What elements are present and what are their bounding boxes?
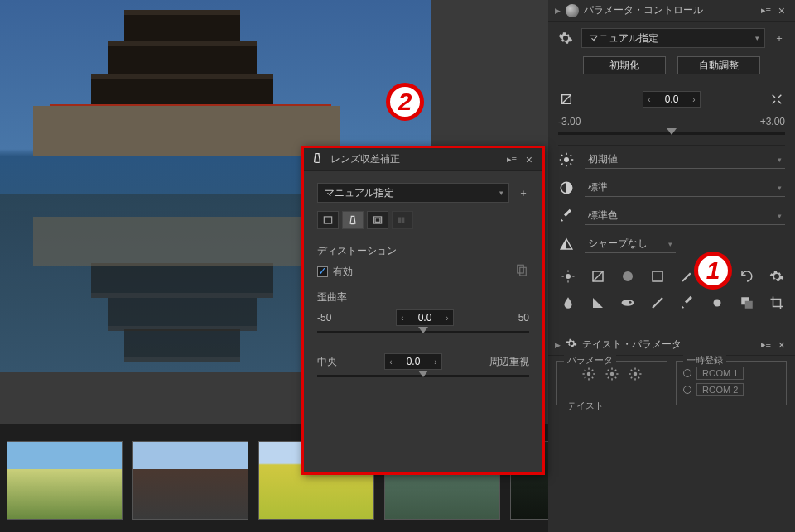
enable-checkbox[interactable]	[317, 266, 328, 277]
tone-tool-icon[interactable]	[588, 266, 608, 286]
tone-dropdown[interactable]: 標準 ▾	[585, 179, 785, 197]
exposure-spinner[interactable]: ‹ 0.0 ›	[643, 91, 701, 108]
sharpen-icon	[558, 236, 575, 252]
center-slider[interactable]	[317, 375, 529, 377]
decrease-button[interactable]: ‹	[643, 95, 655, 104]
undo-tool-icon[interactable]	[737, 266, 757, 286]
exposure-slider[interactable]	[558, 132, 785, 135]
exposure-max: +3.00	[760, 116, 785, 127]
gear-icon[interactable]	[605, 367, 619, 381]
close-icon[interactable]: ×	[775, 4, 788, 17]
curvature-spinner[interactable]: ‹ 0.0 ›	[396, 309, 454, 326]
svg-rect-34	[520, 267, 527, 276]
temp-group-title: 一時登録	[683, 354, 726, 367]
fisheye-tool-icon[interactable]	[618, 293, 638, 313]
increase-button[interactable]: ›	[688, 95, 700, 104]
svg-line-21	[653, 298, 662, 308]
temp-register-group: 一時登録 ROOM 1 ROOM 2	[676, 361, 787, 405]
overlay-tool-icon[interactable]	[737, 293, 757, 313]
svg-rect-24	[745, 301, 753, 309]
svg-rect-31	[398, 218, 402, 223]
preset-value: マニュアル指定	[589, 31, 658, 46]
add-preset-button[interactable]: ＋	[773, 32, 785, 44]
curvature-slider[interactable]	[317, 331, 529, 333]
svg-rect-33	[518, 265, 524, 273]
gear-icon[interactable]	[628, 367, 643, 381]
panel-menu-icon[interactable]: ▸≡	[761, 5, 769, 16]
svg-point-19	[622, 300, 634, 306]
decrease-button[interactable]: ‹	[385, 357, 397, 367]
center-value: 0.0	[397, 356, 430, 367]
highlight-tool-icon[interactable]	[558, 266, 578, 286]
grayscale-tool-icon[interactable]	[648, 266, 667, 286]
color-dropdown[interactable]: 標準色 ▾	[585, 207, 785, 225]
crop-tool-icon[interactable]	[767, 293, 787, 313]
gear-icon[interactable]	[558, 31, 573, 46]
svg-point-22	[714, 300, 721, 307]
lens-aberration-panel: レンズ収差補正 ▸≡ × マニュアル指定 ▾ ＋ ディス	[301, 146, 545, 475]
svg-point-1	[564, 157, 569, 162]
svg-line-8	[561, 164, 563, 165]
center-spinner[interactable]: ‹ 0.0 ›	[384, 353, 442, 370]
taste-parameter-header[interactable]: ▶ テイスト・パラメータ ▸≡ ×	[548, 334, 795, 356]
copy-settings-icon[interactable]	[514, 263, 529, 280]
expand-icon[interactable]: ▶	[555, 341, 561, 349]
taste-group-title: テイスト	[564, 400, 607, 412]
mode-chromatic-button[interactable]	[367, 211, 388, 229]
sharp-dropdown[interactable]: シャープなし ▾	[585, 235, 676, 253]
wb-dropdown[interactable]: 初期値 ▾	[585, 151, 785, 169]
expand-icon[interactable]	[768, 91, 785, 108]
chevron-down-icon: ▾	[778, 184, 782, 192]
lens-preset-dropdown[interactable]: マニュアル指定 ▾	[317, 183, 509, 203]
room1-button[interactable]: ROOM 1	[696, 367, 744, 380]
swirl-icon	[566, 4, 579, 17]
svg-point-25	[587, 372, 591, 376]
lens-panel-title: レンズ収差補正	[330, 152, 400, 166]
parameter-control-title: パラメータ・コントロール	[584, 3, 703, 17]
chevron-down-icon: ▾	[778, 212, 782, 220]
add-preset-button[interactable]: ＋	[518, 187, 529, 199]
brightness-icon	[558, 151, 575, 168]
auto-adjust-button[interactable]: 自動調整	[677, 56, 760, 74]
svg-line-7	[571, 164, 572, 165]
preset-dropdown[interactable]: マニュアル指定 ▾	[581, 28, 765, 48]
lens-panel-header[interactable]: レンズ収差補正 ▸≡ ×	[304, 148, 542, 171]
exposure-block: ‹ 0.0 › -3.00 +3.00	[558, 88, 785, 146]
chevron-down-icon: ▾	[755, 34, 759, 42]
decrease-button[interactable]: ‹	[397, 314, 408, 323]
panel-menu-icon[interactable]: ▸≡	[761, 339, 769, 350]
increase-button[interactable]: ›	[430, 357, 441, 367]
close-icon[interactable]: ×	[523, 153, 536, 166]
room2-radio[interactable]	[683, 386, 691, 394]
mode-shading-button[interactable]	[317, 211, 339, 229]
svg-point-20	[629, 301, 632, 304]
mode-distortion-button[interactable]	[342, 211, 364, 229]
panel-menu-icon[interactable]: ▸≡	[507, 154, 515, 165]
line-tool-icon[interactable]	[648, 293, 667, 313]
gear-icon[interactable]	[581, 367, 596, 381]
triangle-tool-icon[interactable]	[588, 293, 608, 313]
tone-value: 標準	[588, 180, 608, 194]
close-icon[interactable]: ×	[775, 338, 788, 352]
drop-tool-icon[interactable]	[558, 293, 578, 313]
expand-icon[interactable]: ▶	[555, 7, 561, 15]
brush-icon	[558, 208, 575, 224]
room2-button[interactable]: ROOM 2	[696, 383, 744, 396]
settings-tool-icon[interactable]	[767, 266, 787, 286]
parameter-control-header[interactable]: ▶ パラメータ・コントロール ▸≡ ×	[548, 0, 795, 22]
svg-line-6	[561, 155, 563, 156]
spot-tool-icon[interactable]	[707, 293, 727, 313]
thumbnail[interactable]	[7, 441, 123, 520]
svg-rect-28	[324, 217, 331, 223]
init-button[interactable]: 初期化	[583, 56, 666, 74]
mode-color-shade-button[interactable]	[392, 211, 413, 229]
wb-value: 初期値	[588, 152, 618, 166]
parameter-group-title: パラメータ	[564, 354, 616, 367]
thumbnail[interactable]	[132, 441, 248, 520]
brush-tool-icon[interactable]	[677, 293, 697, 313]
svg-point-26	[610, 372, 614, 376]
exposure-min: -3.00	[558, 116, 581, 127]
increase-button[interactable]: ›	[441, 314, 453, 323]
room1-radio[interactable]	[683, 369, 691, 377]
blur-tool-icon[interactable]	[618, 266, 638, 286]
